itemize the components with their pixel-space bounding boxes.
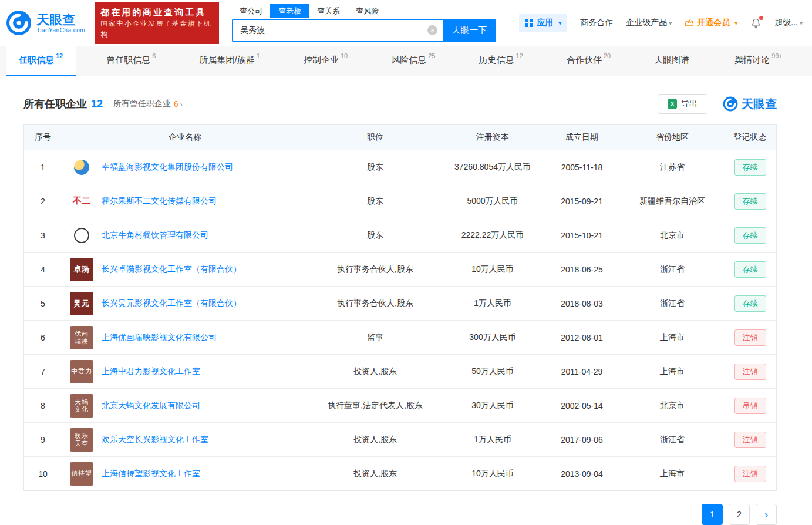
search-tab-boss[interactable]: 查老板 <box>270 4 309 18</box>
company-logo-text: 中君力 <box>71 368 92 375</box>
col-header-capital: 注册资本 <box>442 132 543 143</box>
capital-cell: 5000万人民币 <box>442 196 543 207</box>
past-companies-count: 6 <box>174 99 178 109</box>
capital-cell: 10万人民币 <box>442 469 543 479</box>
search-bar: × 天眼一下 <box>232 19 496 42</box>
tab-count: 1 <box>257 52 260 59</box>
tab-label: 历史信息 <box>479 55 514 66</box>
col-header-status: 登记状态 <box>724 132 776 143</box>
company-cell: 卓漪 长兴卓漪影视文化工作室（有限合伙） <box>62 258 308 281</box>
brand-text: 天眼查 TianYanCha.com <box>36 13 85 33</box>
promo-banner: 都在用的商业查询工具 国家中小企业发展子基金旗下机构 <box>95 2 219 44</box>
super-vip-label: 超级... <box>774 18 798 28</box>
tab-group-cluster[interactable]: 所属集团/族群1 <box>187 46 273 76</box>
watermark-text: 天眼查 <box>742 96 777 112</box>
company-logo: 优画 瑞映 <box>70 326 93 349</box>
tab-count: 20 <box>604 52 611 59</box>
open-vip-label: 开通会员 <box>697 18 730 28</box>
super-vip-menu[interactable]: 超级... ▾ <box>774 18 803 28</box>
tab-history-info[interactable]: 历史信息12 <box>466 46 536 76</box>
notification-dot <box>759 16 763 20</box>
capital-cell: 2222.22万人民币 <box>442 230 543 241</box>
business-cooperation-link[interactable]: 商务合作 <box>580 18 613 28</box>
page-button-2[interactable]: 2 <box>729 504 750 525</box>
search-tab-company[interactable]: 查公司 <box>232 4 270 18</box>
status-badge: 吊销 <box>734 398 766 414</box>
company-name-link[interactable]: 上海信持望影视文化工作室 <box>102 469 200 479</box>
search-tab-risk[interactable]: 查风险 <box>348 4 386 18</box>
status-badge: 注销 <box>734 329 766 346</box>
tab-count: 12 <box>516 52 523 59</box>
company-name-link[interactable]: 霍尔果斯不二文化传媒有限公司 <box>102 196 217 207</box>
date-cell: 2005-11-18 <box>543 163 621 172</box>
company-name-link[interactable]: 欢乐天空长兴影视文化工作室 <box>102 435 208 445</box>
table-row: 7 中君力 上海中君力影视文化工作室 投资人,股东 50万人民币 2011-04… <box>24 354 776 388</box>
table-header-row: 序号 企业名称 职位 注册资本 成立日期 省份地区 登记状态 <box>24 125 776 150</box>
chevron-down-icon: ▾ <box>558 20 561 26</box>
search-input[interactable] <box>233 20 443 41</box>
position-cell: 股东 <box>308 196 442 207</box>
company-name-link[interactable]: 北京天蝎文化发展有限公司 <box>102 401 200 411</box>
tab-risk-info[interactable]: 风险信息25 <box>378 46 448 76</box>
status-cell: 注销 <box>724 364 776 380</box>
apps-menu[interactable]: 应用 ▾ <box>519 14 567 32</box>
chevron-down-icon: ▾ <box>734 20 737 26</box>
search-button[interactable]: 天眼一下 <box>443 20 495 41</box>
company-logo-text: 欢乐 天空 <box>75 432 89 447</box>
tab-graph[interactable]: 天眼图谱 <box>641 46 704 76</box>
company-name-link[interactable]: 上海中君力影视文化工作室 <box>102 366 200 377</box>
company-name-link[interactable]: 幸福蓝海影视文化集团股份有限公司 <box>102 162 233 173</box>
past-companies-link[interactable]: 所有曾任职企业 6 › <box>113 99 183 109</box>
tab-employment-info[interactable]: 任职信息12 <box>6 46 76 76</box>
date-cell: 2015-10-21 <box>543 231 621 240</box>
position-cell: 监事 <box>308 332 442 343</box>
tab-label: 风险信息 <box>391 55 426 66</box>
company-logo: 中君力 <box>70 360 93 383</box>
company-name-link[interactable]: 长兴卓漪影视文化工作室（有限合伙） <box>102 264 241 275</box>
tab-partners[interactable]: 合作伙伴20 <box>554 46 624 76</box>
status-cell: 注销 <box>724 432 776 448</box>
enterprise-products-menu[interactable]: 企业级产品 ▾ <box>626 18 672 28</box>
company-logo <box>70 224 93 247</box>
tab-label: 舆情讨论 <box>734 55 770 66</box>
status-cell: 注销 <box>724 466 776 482</box>
apps-menu-label: 应用 <box>537 18 553 28</box>
company-name-link[interactable]: 长兴炅元影视文化工作室（有限合伙） <box>102 298 241 309</box>
position-cell: 投资人,股东 <box>308 469 442 479</box>
company-logo: 炅元 <box>70 292 93 315</box>
page-button-1[interactable]: 1 <box>702 504 723 525</box>
region-cell: 上海市 <box>621 366 724 377</box>
position-cell: 执行事务合伙人,股东 <box>308 264 442 275</box>
capital-cell: 1万人民币 <box>442 435 543 445</box>
grid-icon <box>525 19 533 27</box>
company-name-link[interactable]: 上海优画瑞映影视文化有限公司 <box>102 332 217 343</box>
open-vip-link[interactable]: 开通会员 ▾ <box>685 18 737 28</box>
brand-name: 天眼查 <box>36 12 75 27</box>
tab-controlled-companies[interactable]: 控制企业10 <box>291 46 360 76</box>
company-name-link[interactable]: 北京牛角村餐饮管理有限公司 <box>102 230 208 241</box>
notification-bell-icon[interactable] <box>750 18 762 29</box>
brand-domain: TianYanCha.com <box>36 27 85 33</box>
tab-public-opinion[interactable]: 舆情讨论99+ <box>722 46 796 76</box>
company-cell: 幸福蓝海影视文化集团股份有限公司 <box>62 156 308 179</box>
top-nav: 应用 ▾ 商务合作 企业级产品 ▾ 开通会员 ▾ 超级... ▾ <box>519 14 803 32</box>
export-label: 导出 <box>681 99 698 109</box>
capital-cell: 300万人民币 <box>442 332 543 343</box>
tab-past-employment-info[interactable]: 曾任职信息6 <box>93 46 169 76</box>
row-index: 6 <box>24 333 62 342</box>
row-index: 1 <box>24 163 62 172</box>
tab-count: 6 <box>152 52 156 59</box>
company-cell: 欢乐 天空 欢乐天空长兴影视文化工作室 <box>62 428 308 452</box>
company-logo-text: 不二 <box>73 196 90 207</box>
export-button[interactable]: X 导出 <box>658 94 707 114</box>
tab-label: 天眼图谱 <box>654 55 689 66</box>
region-cell: 浙江省 <box>621 435 724 445</box>
col-header-date: 成立日期 <box>543 132 621 143</box>
row-index: 8 <box>24 401 62 410</box>
search-tab-relation[interactable]: 查关系 <box>309 4 348 18</box>
tab-label: 任职信息 <box>19 55 54 66</box>
companies-table: 序号 企业名称 职位 注册资本 成立日期 省份地区 登记状态 1 幸福蓝海影视文… <box>23 124 777 491</box>
next-page-button[interactable]: › <box>756 504 777 525</box>
tianyancha-logo[interactable]: 天眼查 TianYanCha.com <box>6 10 85 36</box>
status-badge: 存续 <box>734 159 766 176</box>
